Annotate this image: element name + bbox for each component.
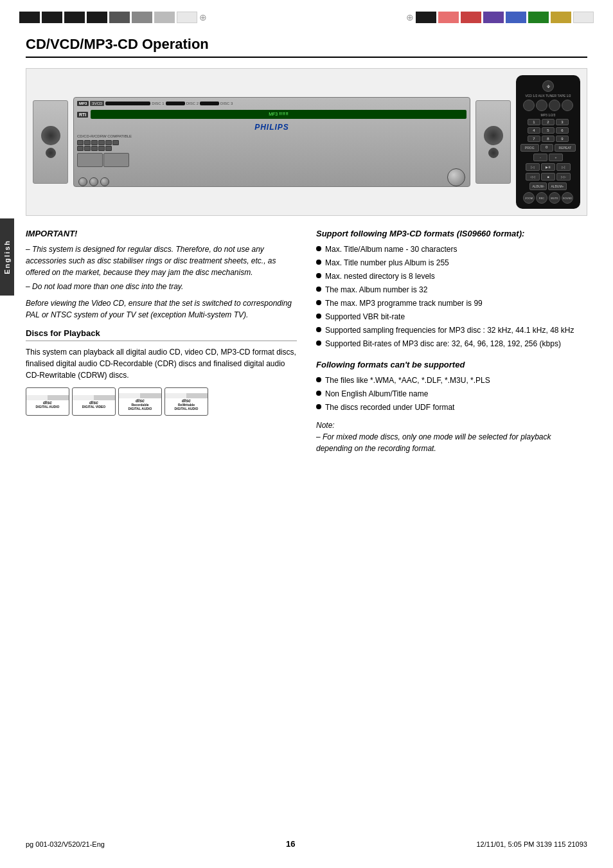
cd-label-row: CD/CD-R/CDRW COMPATIBLE: [77, 134, 466, 138]
remote-next-title[interactable]: ▷|: [556, 163, 571, 171]
preset-btn[interactable]: [98, 146, 105, 151]
remote-forward[interactable]: ▷▷: [556, 173, 571, 181]
remote-vcd-row: VCD 1/2 AUX TUNER TAPE 1/2: [520, 94, 576, 98]
unsupported-formats-section: Following formats can't be supported The…: [316, 360, 587, 454]
language-tab: English: [0, 218, 14, 296]
disc-slot-2: [166, 102, 185, 105]
disc-bar-light: [73, 395, 94, 400]
device-image-area: MP3 3VCD DISC 1 DISC 2 DISC 3 RTI MF3 ⠿⠿…: [26, 68, 587, 216]
bar-seg: [528, 12, 549, 23]
remote-num-row-4: PROG 0 REPEAT: [520, 144, 576, 152]
remote-num-6[interactable]: 6: [556, 127, 569, 134]
disc-slot-3: [200, 102, 219, 105]
disc-top-bar: [26, 395, 69, 400]
remote-play-pause[interactable]: ▶⏸: [541, 163, 555, 171]
remote-album-prev[interactable]: ALBUM-: [529, 182, 547, 190]
remote-zoom-btn[interactable]: ZOOM: [523, 192, 535, 204]
preset-row-2: [77, 146, 466, 151]
preset-row-1: [77, 140, 466, 145]
bar-seg: [506, 12, 526, 23]
remote-prev-title[interactable]: |◁: [526, 163, 540, 171]
philips-logo: PHILIPS: [254, 123, 289, 132]
bar-seg: [551, 12, 571, 23]
volume-knob[interactable]: [447, 168, 465, 186]
remote-tape-btn[interactable]: [562, 100, 573, 111]
remote-standby-btn[interactable]: ⏻: [542, 80, 554, 92]
remote-stop[interactable]: ■: [541, 173, 555, 181]
list-item: Max. Title/Album name - 30 characters: [316, 244, 587, 255]
remote-num-0[interactable]: 0: [540, 144, 553, 152]
crosshair-icon: ⊕: [406, 12, 414, 23]
disc-label-row: disc: [89, 400, 98, 405]
list-item: Supported VBR bit-rate: [316, 311, 587, 323]
disc-type-sub: DIGITAL VIDEO: [82, 405, 105, 409]
preset-btn[interactable]: [91, 140, 98, 145]
preset-btn[interactable]: [112, 140, 119, 145]
mp3-formats-heading: Support following MP3-CD formats (IS0966…: [316, 229, 587, 238]
list-item-text: Max. nested directory is 8 levels: [325, 270, 435, 282]
preset-btn[interactable]: [77, 146, 84, 151]
remote-vcd-btn[interactable]: [523, 100, 535, 111]
remote-num-2[interactable]: 2: [542, 119, 555, 125]
list-item: Supported sampling frequencies for MP3 d…: [316, 324, 587, 336]
list-item-text: The max. MP3 programme track number is 9…: [325, 297, 483, 309]
disc-label-2: DISC 2: [186, 102, 199, 105]
preset-btn[interactable]: [77, 140, 84, 145]
remote-aux-btn[interactable]: [536, 100, 547, 111]
preset-btn[interactable]: [98, 140, 105, 145]
remote-num-5[interactable]: 5: [542, 127, 555, 134]
remote-num-8[interactable]: 8: [542, 136, 555, 142]
remote-record-btn[interactable]: REC: [536, 192, 547, 204]
main-content: CD/VCD/MP3-CD Operation MP3 3VCD DISC 1 …: [0, 30, 613, 467]
remote-vol-down[interactable]: -: [533, 154, 547, 161]
discs-playback-body: This system can playback all digital aud…: [26, 346, 297, 381]
small-knob-3[interactable]: [100, 177, 109, 186]
disc-type-sub2: DIGITAL AUDIO: [175, 407, 199, 411]
remote-num-1[interactable]: 1: [528, 119, 540, 125]
bullet-dot: [316, 300, 321, 305]
remote-num-9[interactable]: 9: [556, 136, 569, 142]
preset-btn[interactable]: [84, 140, 91, 145]
list-item: Max. nested directory is 8 levels: [316, 270, 587, 282]
remote-repeat-btn[interactable]: REPEAT: [555, 144, 576, 152]
preset-btn[interactable]: [105, 146, 112, 151]
small-knob-1[interactable]: [78, 177, 87, 186]
remote-sound-btn[interactable]: SOUND: [562, 192, 573, 204]
disc-compact-text: disc: [43, 400, 52, 405]
unit-top-controls: MP3 3VCD DISC 1 DISC 2 DISC 3: [77, 101, 466, 106]
disc-top-bar: [165, 393, 208, 398]
bar-seg: [573, 12, 594, 23]
remote-vol-up[interactable]: +: [549, 154, 563, 161]
bar-seg: [109, 12, 130, 23]
preset-btn[interactable]: [84, 146, 91, 151]
remote-num-3[interactable]: 3: [556, 119, 569, 125]
important-section: IMPORTANT! – This system is designed for…: [26, 229, 297, 321]
remote-tuner-btn[interactable]: [549, 100, 560, 111]
remote-mute-btn[interactable]: MUTE: [549, 192, 560, 204]
discs-playback-heading: Discs for Playback: [26, 328, 297, 341]
content-columns: IMPORTANT! – This system is designed for…: [26, 229, 587, 454]
remote-num-7[interactable]: 7: [528, 136, 540, 142]
list-item: The max. Album number is 32: [316, 284, 587, 296]
remote-prog-btn[interactable]: PROG: [520, 144, 539, 152]
remote-album-next[interactable]: ALBUM+: [548, 182, 566, 190]
disc-compact-text: disc: [136, 398, 145, 403]
disc-icon-digital-audio: disc DIGITAL AUDIO: [26, 387, 69, 416]
remote-circles-row: [520, 100, 576, 111]
preset-btn[interactable]: [91, 146, 98, 151]
bar-seg: [483, 12, 504, 23]
bullet-dot: [316, 377, 321, 382]
unsupported-heading: Following formats can't be supported: [316, 360, 587, 369]
display-text: MF3 ⠿⠿⠿: [269, 112, 289, 117]
bar-seg: [42, 12, 62, 23]
bullet-dot: [316, 273, 321, 278]
preset-btn[interactable]: [105, 140, 112, 145]
disc-compact-text: disc: [182, 398, 191, 403]
remote-num-4[interactable]: 4: [528, 127, 540, 134]
remote-rewind[interactable]: ◁◁: [526, 173, 540, 181]
remote-mp3-label: MP3 1/2/3: [520, 113, 576, 117]
remote-vcd-label: VCD 1/2 AUX TUNER TAPE 1/2: [520, 94, 576, 98]
disc-bar-light: [165, 393, 186, 398]
small-knob-2[interactable]: [89, 177, 98, 186]
list-item-text: The files like *.WMA, *AAC, *.DLF, *.M3U…: [325, 375, 490, 386]
